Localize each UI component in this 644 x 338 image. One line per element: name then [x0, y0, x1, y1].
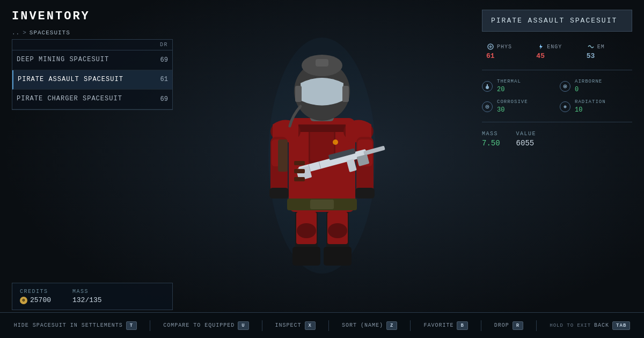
action-sort-key[interactable]: Z [386, 321, 397, 330]
detail-mass-block: MASS 7.50 [482, 131, 500, 148]
em-label: EM [597, 44, 605, 50]
svg-point-38 [333, 139, 338, 145]
svg-rect-28 [342, 86, 349, 102]
credit-icon: ⊙ [20, 297, 27, 304]
corrosive-value: 30 [497, 106, 504, 114]
mass-value: 132/135 [72, 296, 102, 304]
svg-rect-4 [324, 247, 352, 266]
svg-point-7 [297, 223, 316, 238]
primary-stats-grid: PHYS 61 ENGY 45 [482, 40, 632, 70]
action-favorite: FAVORITE B [423, 321, 467, 330]
phys-label-row: PHYS [486, 42, 512, 51]
em-stat: EM 53 [582, 40, 632, 62]
right-panel: PIRATE ASSAULT SPACESUIT PHYS 61 [482, 10, 632, 148]
character-area [161, 0, 483, 311]
corrosive-label: CORROSIVE [497, 99, 528, 105]
credits-label: CREDITS [20, 289, 51, 295]
svg-rect-41 [294, 177, 305, 181]
svg-rect-39 [294, 161, 305, 165]
action-back-label: BACK [594, 322, 609, 328]
mass-block: MASS 132/135 [72, 289, 102, 304]
left-panel: INVENTORY .. > SPACESUITS DR DEEP MINING… [12, 10, 173, 110]
radiation-text: RADIATION 10 [575, 99, 606, 114]
action-back: HOLD TO EXIT BACK TAB [550, 321, 630, 330]
table-row[interactable]: PIRATE CHARGER SPACESUIT 69 [12, 90, 172, 109]
corrosive-stat: CORROSIVE 30 [482, 99, 554, 114]
engy-label: ENGY [547, 44, 562, 50]
secondary-stats: THERMAL 20 AIRBORNE 0 [482, 79, 632, 122]
character-figure [241, 16, 402, 295]
breadcrumb-parent: .. [12, 30, 20, 36]
engy-stat: ENGY 45 [532, 40, 582, 62]
action-back-hold-label: HOLD TO EXIT [550, 323, 591, 328]
engy-label-row: ENGY [536, 42, 562, 51]
table-row[interactable]: PIRATE ASSAULT SPACESUIT 61 [12, 70, 172, 90]
sep-1 [150, 320, 150, 331]
radiation-stat: RADIATION 10 [560, 99, 632, 114]
item-detail-title: PIRATE ASSAULT SPACESUIT [482, 10, 632, 32]
action-favorite-key[interactable]: B [457, 321, 467, 330]
action-inspect: INSPECT X [275, 321, 316, 330]
svg-rect-40 [294, 169, 305, 173]
breadcrumb-sep: > [23, 30, 27, 36]
item-name: PIRATE CHARGER SPACESUIT [17, 95, 152, 104]
action-drop: DROP R [494, 321, 523, 330]
engy-value: 45 [536, 52, 545, 60]
corrosive-icon [482, 101, 493, 112]
detail-value-block: VALUE 6055 [516, 131, 537, 148]
table-row[interactable]: DEEP MINING SPACESUIT 69 [12, 50, 172, 70]
svg-rect-21 [269, 188, 289, 199]
credits-block: CREDITS ⊙ 25700 [20, 289, 51, 304]
thermal-stat: THERMAL 20 [482, 79, 554, 94]
action-inspect-label: INSPECT [275, 322, 302, 328]
action-back-key[interactable]: TAB [612, 321, 630, 330]
svg-rect-22 [355, 188, 375, 199]
em-icon [587, 42, 595, 51]
breadcrumb-current: SPACESUITS [30, 30, 70, 36]
item-list-header: DR [12, 40, 172, 50]
svg-rect-3 [292, 247, 320, 266]
svg-point-46 [565, 86, 566, 87]
phys-label: PHYS [497, 44, 512, 50]
engy-icon [536, 42, 545, 51]
thermal-icon [482, 81, 493, 92]
action-inspect-key[interactable]: X [305, 321, 316, 330]
sep-5 [481, 320, 481, 331]
action-compare: COMPARE TO EQUIPPED U [163, 321, 248, 330]
credits-value: 25700 [30, 296, 51, 304]
action-drop-key[interactable]: R [513, 321, 523, 330]
svg-rect-26 [316, 59, 328, 67]
airborne-stat: AIRBORNE 0 [560, 79, 632, 94]
airborne-text: AIRBORNE 0 [575, 79, 602, 94]
phys-icon [486, 42, 495, 51]
phys-stat: PHYS 61 [482, 40, 532, 62]
svg-rect-13 [310, 200, 334, 209]
action-hide-label: HIDE SPACESUIT IN SETTLEMENTS [14, 322, 123, 328]
action-compare-key[interactable]: U [238, 321, 248, 330]
mass-label: MASS [72, 289, 102, 295]
thermal-label: THERMAL [497, 79, 521, 84]
detail-mass-value: 7.50 [482, 139, 500, 148]
item-name: PIRATE ASSAULT SPACESUIT [18, 76, 152, 84]
detail-value-value: 6055 [516, 139, 535, 148]
action-hide-key[interactable]: T [126, 321, 137, 330]
sep-3 [328, 320, 329, 331]
phys-value: 61 [486, 52, 495, 60]
action-hide-spacesuit: HIDE SPACESUIT IN SETTLEMENTS T [14, 321, 137, 330]
action-favorite-label: FAVORITE [423, 322, 453, 328]
screen: INVENTORY .. > SPACESUITS DR DEEP MINING… [0, 0, 644, 338]
thermal-text: THERMAL 20 [497, 79, 521, 94]
sep-2 [262, 320, 262, 331]
radiation-icon [560, 101, 570, 112]
action-sort-label: SORT (NAME) [342, 322, 383, 328]
item-name: DEEP MINING SPACESUIT [17, 56, 152, 64]
sep-6 [536, 320, 537, 331]
svg-rect-29 [278, 139, 288, 172]
em-label-row: EM [587, 42, 605, 51]
page-title: INVENTORY [12, 10, 173, 23]
item-list: DEEP MINING SPACESUIT 69 PIRATE ASSAULT … [12, 50, 172, 109]
airborne-label: AIRBORNE [575, 79, 602, 84]
mass-row: 132/135 [72, 296, 102, 304]
radiation-value: 10 [575, 106, 582, 114]
item-list-container: DR DEEP MINING SPACESUIT 69 PIRATE ASSAU… [12, 39, 173, 110]
